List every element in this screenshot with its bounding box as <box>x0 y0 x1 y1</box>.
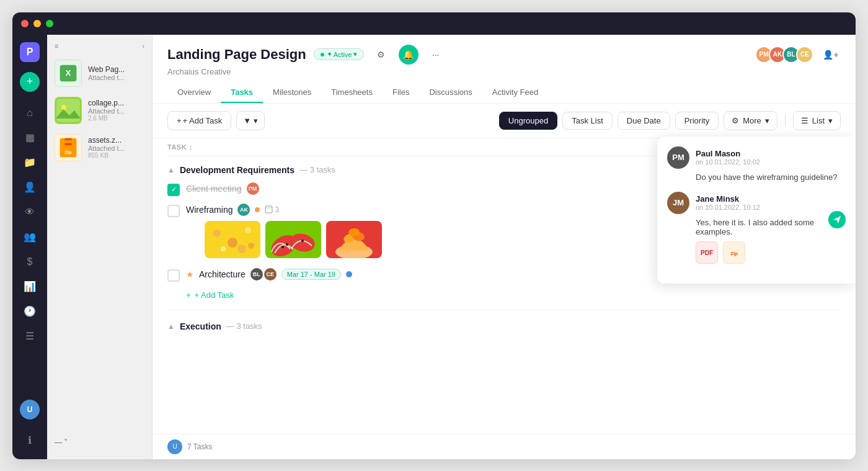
file-sub: Attached t... <box>88 145 144 152</box>
thumbnail <box>265 221 321 258</box>
section-toggle[interactable]: ▲ <box>167 322 175 331</box>
comment-time: on 10.01.2022, 10:12 <box>696 204 846 211</box>
sidebar-item-clock[interactable]: 🕐 <box>19 300 41 323</box>
thumbnail <box>326 221 382 258</box>
add-task-button[interactable]: + + Add Task <box>167 111 231 130</box>
sidebar-item-home[interactable]: ⌂ <box>19 102 41 124</box>
tab-bar: Overview Tasks Milestones Timesheets Fil… <box>167 83 841 103</box>
plus-icon: + <box>186 290 191 300</box>
priority-dot <box>255 207 260 212</box>
sidebar-item-team[interactable]: 👥 <box>19 226 41 248</box>
title-bar <box>12 12 856 35</box>
more-options-icon[interactable]: ··· <box>426 45 446 65</box>
comment-header: PM Paul Mason on 10.01.2022, 10:02 <box>667 146 846 169</box>
sidebar-menu-icon[interactable]: ≡ <box>55 42 58 50</box>
section-toggle[interactable]: ▲ <box>167 166 175 174</box>
tab-overview[interactable]: Overview <box>167 83 221 103</box>
comment-item: PM Paul Mason on 10.01.2022, 10:02 Do yo… <box>667 146 846 182</box>
comment-text: Do you have the wireframing guideline? <box>696 173 846 182</box>
task-assignee-avatar: PM <box>247 182 259 195</box>
priority-icon: ★ <box>186 269 194 279</box>
user-avatar[interactable]: U <box>20 400 40 419</box>
comment-author: Paul Mason <box>696 149 846 158</box>
svg-rect-11 <box>64 143 71 145</box>
file-name: collage.p... <box>88 99 144 107</box>
notification-icon[interactable]: 🔔 <box>399 45 418 65</box>
file-info: Web Pag... Attached t... <box>88 65 144 81</box>
file-name: Web Pag... <box>88 65 144 74</box>
chevron-down-icon: ▾ <box>828 116 833 125</box>
project-header: Landing Page Design ✦ Active ▾ ⚙ 🔔 ··· <box>153 35 856 104</box>
minimize-button[interactable] <box>33 20 41 27</box>
tab-milestones[interactable]: Milestones <box>263 83 321 103</box>
ungrouped-button[interactable]: Ungrouped <box>499 112 557 130</box>
sidebar-item-person[interactable]: 👤 <box>19 176 41 199</box>
file-item[interactable]: collage.p... Attached t... 2.6 MB <box>47 92 152 129</box>
filter-button[interactable]: ▼ ▾ <box>236 111 265 130</box>
file-info: assets.z... Attached t... 855 KB <box>88 136 144 159</box>
pdf-attachment[interactable]: PDF <box>696 241 718 264</box>
file-size: 855 KB <box>88 152 144 159</box>
sidebar-item-billing[interactable]: $ <box>19 251 41 273</box>
tab-activity[interactable]: Activity Feed <box>482 83 548 103</box>
tab-files[interactable]: Files <box>383 83 419 103</box>
info-icon[interactable]: ℹ <box>19 429 41 452</box>
send-button[interactable] <box>828 211 846 228</box>
file-item[interactable]: Zip assets.z... Attached t... 855 KB <box>47 129 152 166</box>
svg-text:X: X <box>66 68 71 77</box>
sidebar-item-chart[interactable]: 📊 <box>19 276 41 298</box>
sidebar-more-toggle[interactable]: — ˅ <box>47 433 152 452</box>
sidebar-collapse-icon[interactable]: › <box>142 42 144 50</box>
sidebar-item-dashboard[interactable]: ▦ <box>19 127 41 149</box>
svg-point-19 <box>237 244 246 253</box>
excel-file-icon: X <box>55 60 82 87</box>
close-button[interactable] <box>21 20 29 27</box>
comment-header: JM Jane Minsk on 10.01.2022, 10:12 <box>667 192 846 214</box>
divider <box>785 114 786 127</box>
comment-panel: PM Paul Mason on 10.01.2022, 10:02 Do yo… <box>657 137 856 284</box>
chevron-down-icon: ▾ <box>254 116 258 125</box>
file-name: assets.z... <box>88 136 144 145</box>
image-file-icon <box>55 97 82 124</box>
add-task-row[interactable]: + + Add Task <box>186 285 841 305</box>
task-files-count: 3 <box>265 205 279 214</box>
tab-tasks[interactable]: Tasks <box>221 83 263 103</box>
file-sub: Attached t... <box>88 107 144 115</box>
files-sidebar: ≡ › X Web Pag... Attached t... <box>47 35 153 459</box>
file-info: collage.p... Attached t... 2.6 MB <box>88 99 144 122</box>
sidebar-item-folder[interactable]: 📁 <box>19 151 41 174</box>
add-button[interactable]: + <box>20 72 40 92</box>
comment-text: Yes, here it is. I also added some examp… <box>696 218 846 236</box>
status-dot <box>321 53 324 56</box>
task-checkbox[interactable] <box>167 205 180 217</box>
svg-point-21 <box>248 243 254 249</box>
section-name: Development Requirements <box>180 165 294 175</box>
maximize-button[interactable] <box>46 20 53 27</box>
svg-text:Zip: Zip <box>730 251 738 256</box>
svg-text:Zip: Zip <box>64 149 72 155</box>
due-date-button[interactable]: Due Date <box>618 112 670 130</box>
task-list-button[interactable]: Task List <box>562 112 613 130</box>
task-checkbox[interactable]: ✓ <box>167 184 180 196</box>
app-window: P + ⌂ ▦ 📁 👤 👁 👥 $ 📊 🕐 ☰ U ℹ ≡ › <box>12 12 856 459</box>
svg-rect-13 <box>265 206 272 213</box>
priority-button[interactable]: Priority <box>675 112 719 130</box>
task-checkbox[interactable] <box>167 269 180 282</box>
tab-discussions[interactable]: Discussions <box>419 83 482 103</box>
tab-timesheets[interactable]: Timesheets <box>321 83 383 103</box>
status-dot <box>346 271 352 277</box>
list-view-button[interactable]: ☰ List ▾ <box>793 111 841 130</box>
files-sidebar-header: ≡ › <box>47 42 152 55</box>
add-member-icon[interactable]: 👤+ <box>821 45 841 65</box>
status-badge: ✦ Active ▾ <box>314 48 364 60</box>
status-label: ✦ Active ▾ <box>327 50 357 58</box>
sidebar-item-eye[interactable]: 👁 <box>19 201 41 223</box>
file-item[interactable]: X Web Pag... Attached t... <box>47 55 152 92</box>
svg-point-26 <box>281 246 284 248</box>
zip-attachment[interactable]: Zip <box>723 241 745 264</box>
section-count: — 3 tasks <box>299 165 335 174</box>
more-button[interactable]: ⚙ More ▾ <box>724 111 777 130</box>
sidebar-item-list[interactable]: ☰ <box>19 325 41 348</box>
settings-icon[interactable]: ⚙ <box>371 45 391 65</box>
avatar: CE <box>796 46 813 63</box>
